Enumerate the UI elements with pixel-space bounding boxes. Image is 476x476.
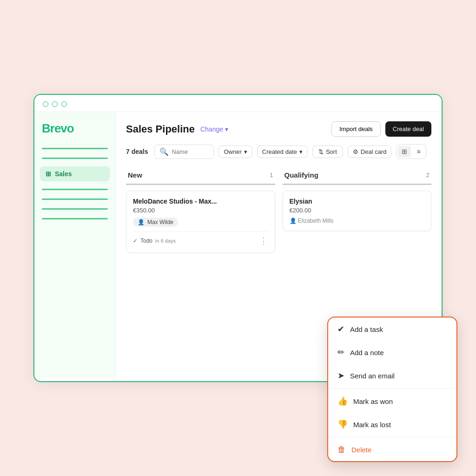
list-view-button[interactable]: ≡ (413, 146, 424, 157)
thumbs-up-icon: 👍 (337, 396, 348, 406)
traffic-light-1 (43, 101, 48, 107)
date-chevron-icon: ▾ (299, 148, 303, 155)
sidebar-line-6 (42, 218, 108, 219)
search-input[interactable] (172, 148, 209, 155)
sidebar-line-4 (42, 198, 108, 200)
column-header-new: New 1 (126, 166, 275, 185)
column-qualifying: Qualifying 2 Elysian €200.00 👤 Elizabeth… (283, 166, 432, 258)
menu-add-note[interactable]: ✏ Add a note (328, 341, 456, 364)
column-title-new: New (128, 171, 142, 179)
owner-dropdown[interactable]: Owner ▾ (218, 145, 252, 158)
owner-chevron-icon: ▾ (244, 148, 247, 155)
elysian-deal-name: Elysian (290, 198, 425, 205)
import-deals-button[interactable]: Import deals (331, 121, 381, 137)
sidebar-item-sales[interactable]: ⊞ Sales (40, 166, 110, 181)
traffic-light-3 (61, 101, 67, 107)
column-count-new: 1 (270, 172, 273, 178)
toolbar: 7 deals 🔍 Owner ▾ Created date ▾ ⇅ Sort (126, 144, 431, 159)
sidebar-line-5 (42, 208, 108, 210)
trash-icon: 🗑 (337, 445, 346, 455)
kanban-board: New 1 MeloDance Studios - Max... €350.00… (126, 166, 431, 258)
brevo-logo: Brevo (40, 121, 110, 140)
search-box[interactable]: 🔍 (154, 145, 214, 159)
deal-task: ✓ Todo in 6 days (133, 238, 176, 244)
sidebar: Brevo ⊞ Sales (34, 112, 116, 377)
page-header: Sales Pipeline Change ▾ Import deals Cre… (126, 121, 431, 137)
elysian-deal-amount: €200.00 (290, 207, 425, 214)
menu-divider-2 (328, 437, 456, 437)
header-actions: Import deals Create deal (331, 121, 431, 137)
menu-send-email[interactable]: ➤ Send an email (328, 364, 456, 387)
sort-button[interactable]: ⇅ Sort (312, 145, 343, 158)
traffic-light-2 (52, 101, 58, 107)
create-deal-button[interactable]: Create deal (385, 121, 431, 137)
sidebar-item-label: Sales (55, 170, 72, 178)
elysian-owner-truncated: 👤 Elizabeth Mills (290, 218, 425, 224)
column-count-qualifying: 2 (426, 172, 430, 178)
deal-card-elysian: Elysian €200.00 👤 Elizabeth Mills (283, 191, 432, 231)
change-button[interactable]: Change ▾ (200, 126, 228, 133)
deal-card-melodance: MeloDance Studios - Max... €350.00 👤 Max… (126, 191, 275, 253)
deal-footer: ✓ Todo in 6 days ⋮ (133, 231, 268, 246)
page-title-group: Sales Pipeline Change ▾ (126, 123, 228, 135)
context-menu: ✔ Add a task ✏ Add a note ➤ Send an emai… (327, 317, 457, 462)
owner-avatar-icon: 👤 (138, 219, 145, 225)
sort-icon: ⇅ (318, 148, 324, 155)
sales-icon: ⊞ (46, 170, 51, 178)
email-icon: ➤ (337, 370, 344, 381)
deal-owner-badge: 👤 Max Wilde (133, 218, 178, 227)
thumbs-down-icon: 👎 (337, 419, 348, 430)
menu-delete[interactable]: 🗑 Delete (328, 438, 456, 461)
chevron-down-icon: ▾ (225, 126, 228, 133)
deal-amount: €350.00 (133, 207, 268, 214)
browser-titlebar (34, 95, 442, 112)
sidebar-line-3 (42, 189, 108, 190)
grid-view-button[interactable]: ⊞ (398, 146, 411, 157)
column-header-qualifying: Qualifying 2 (283, 166, 432, 185)
note-icon: ✏ (337, 347, 344, 357)
task-icon: ✔ (337, 324, 344, 334)
column-new: New 1 MeloDance Studios - Max... €350.00… (126, 166, 275, 258)
gear-icon: ⚙ (353, 148, 358, 155)
owner-icon: 👤 (290, 218, 297, 224)
deals-count: 7 deals (126, 148, 148, 155)
page-title: Sales Pipeline (126, 123, 195, 135)
menu-mark-lost[interactable]: 👎 Mark as lost (328, 413, 456, 436)
view-toggle: ⊞ ≡ (396, 144, 426, 159)
menu-divider-1 (328, 388, 456, 389)
menu-mark-won[interactable]: 👍 Mark as won (328, 390, 456, 413)
deal-card-button[interactable]: ⚙ Deal card (348, 145, 392, 158)
task-check-icon: ✓ (133, 238, 138, 244)
sidebar-line-2 (42, 158, 108, 159)
search-icon: 🔍 (159, 147, 169, 156)
menu-add-task[interactable]: ✔ Add a task (328, 317, 456, 341)
sidebar-line-1 (42, 148, 108, 149)
column-title-qualifying: Qualifying (284, 171, 318, 179)
deal-more-button[interactable]: ⋮ (259, 236, 268, 246)
created-date-dropdown[interactable]: Created date ▾ (257, 145, 308, 158)
deal-name: MeloDance Studios - Max... (133, 198, 268, 205)
task-days: in 6 days (155, 238, 176, 244)
